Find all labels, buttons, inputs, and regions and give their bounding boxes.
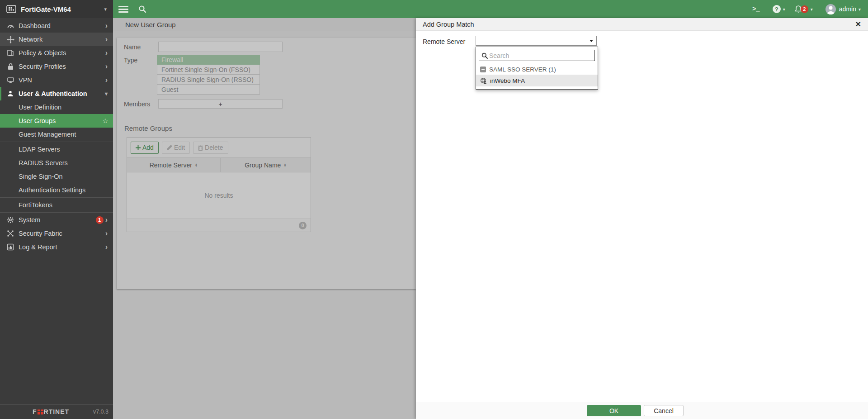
remote-server-select[interactable] [476, 36, 597, 46]
add-group-match-dialog: Add Group Match ✕ Remote Server SAML SSO… [416, 18, 868, 419]
chevron-right-icon: › [105, 76, 113, 84]
sidebar-menu: Dashboard › Network › Policy & Objects ›… [0, 18, 113, 254]
fabric-icon [6, 229, 14, 238]
sidebar: FortiGate-VM64 ▾ Dashboard › Network › P… [0, 0, 113, 419]
chevron-down-icon[interactable]: ▾ [811, 7, 813, 12]
sidebar-item-dashboard[interactable]: Dashboard › [0, 19, 113, 33]
search-icon [481, 52, 488, 59]
chevron-right-icon: › [105, 63, 113, 70]
sidebar-item-vpn[interactable]: VPN › [0, 73, 113, 87]
sidebar-item-fortitokens[interactable]: FortiTokens [0, 198, 113, 212]
chevron-down-icon: ▾ [104, 6, 107, 12]
remote-server-dropdown: SAML SSO SERVER (1) inWebo MFA [476, 47, 598, 90]
fortigate-app: FortiGate-VM64 ▾ Dashboard › Network › P… [0, 0, 868, 419]
dialog-footer: OK Cancel [416, 402, 868, 419]
sidebar-item-network[interactable]: Network › [0, 33, 113, 46]
sidebar-item-system[interactable]: System 1 › [0, 213, 113, 227]
chevron-down-icon: ▾ [859, 7, 861, 12]
fortinet-logo: FRTINET [33, 408, 69, 415]
chevron-down-icon[interactable]: ▾ [783, 7, 785, 12]
sidebar-item-security-fabric[interactable]: Security Fabric › [0, 227, 113, 240]
topbar-right-cluster: >_ ? ▾ 2 ▾ admin ▾ [752, 4, 861, 14]
fortinet-logo-o [38, 409, 43, 414]
sidebar-item-policy-objects[interactable]: Policy & Objects › [0, 46, 113, 60]
dialog-title: Add Group Match [423, 21, 474, 28]
username-label: admin [839, 5, 856, 13]
close-icon[interactable]: ✕ [855, 21, 861, 28]
collapse-group-icon [480, 67, 486, 72]
user-icon [6, 90, 14, 98]
sidebar-item-radius-servers[interactable]: RADIUS Servers [0, 156, 113, 170]
chevron-right-icon: › [105, 243, 113, 251]
remote-server-label: Remote Server [423, 38, 465, 45]
menu-divider [0, 212, 113, 213]
dropdown-search-box [479, 50, 595, 61]
chevron-right-icon: › [105, 230, 113, 237]
device-name: FortiGate-VM64 [21, 5, 71, 13]
sidebar-item-security-profiles[interactable]: Security Profiles › [0, 60, 113, 73]
copy-icon [6, 49, 14, 57]
sidebar-item-guest-management[interactable]: Guest Management [0, 128, 113, 141]
bar-chart-icon [6, 243, 14, 251]
monitor-icon [6, 76, 14, 84]
search-icon[interactable] [138, 5, 146, 13]
sidebar-item-ldap-servers[interactable]: LDAP Servers [0, 143, 113, 156]
fortigate-logo-icon [6, 5, 16, 13]
menu-divider [0, 142, 113, 142]
sidebar-item-single-sign-on[interactable]: Single Sign-On [0, 170, 113, 183]
dropdown-group-saml-sso-server[interactable]: SAML SSO SERVER (1) [476, 64, 598, 75]
user-menu[interactable]: admin ▾ [826, 4, 861, 14]
notifications-button[interactable]: 2 [794, 5, 808, 14]
new-user-group-page: New User Group Name Type Firewall Fortin… [113, 18, 416, 419]
move-icon [6, 35, 14, 43]
modal-scrim [113, 18, 416, 419]
help-icon[interactable]: ? [773, 5, 781, 13]
sidebar-item-user-groups[interactable]: User Groups ☆ [0, 114, 113, 128]
dialog-title-bar: Add Group Match ✕ [416, 18, 868, 31]
dropdown-search-input[interactable] [489, 51, 594, 60]
menu-divider [0, 197, 113, 198]
alert-count-badge: 1 [96, 216, 104, 224]
cli-console-icon[interactable]: >_ [752, 5, 760, 13]
avatar [826, 4, 836, 14]
top-navbar: >_ ? ▾ 2 ▾ admin ▾ [113, 0, 868, 18]
chevron-right-icon: › [105, 216, 113, 224]
gauge-icon [6, 22, 14, 30]
chevron-down-icon [590, 40, 593, 42]
dropdown-option-inwebo-mfa[interactable]: inWebo MFA [476, 75, 598, 86]
sidebar-item-authentication-settings[interactable]: Authentication Settings [0, 183, 113, 197]
lock-icon [6, 62, 14, 71]
notification-count-badge: 2 [801, 5, 808, 13]
ok-button[interactable]: OK [587, 405, 641, 416]
firmware-version: v7.0.3 [93, 409, 108, 415]
sidebar-item-user-definition[interactable]: User Definition [0, 100, 113, 114]
device-selector[interactable]: FortiGate-VM64 ▾ [0, 0, 113, 18]
gear-icon [6, 216, 14, 224]
sidebar-item-log-report[interactable]: Log & Report › [0, 240, 113, 254]
chevron-right-icon: › [105, 22, 113, 29]
chevron-right-icon: › [105, 36, 113, 43]
star-icon[interactable]: ☆ [102, 117, 113, 124]
chevron-right-icon: › [105, 49, 113, 57]
cancel-button[interactable]: Cancel [644, 405, 684, 416]
sidebar-footer: FRTINET v7.0.3 [0, 404, 113, 419]
chevron-down-icon: ▾ [105, 91, 113, 96]
hamburger-menu-icon[interactable] [118, 5, 128, 14]
saml-server-icon [480, 77, 487, 84]
sidebar-item-user-authentication[interactable]: User & Authentication ▾ [0, 87, 113, 100]
